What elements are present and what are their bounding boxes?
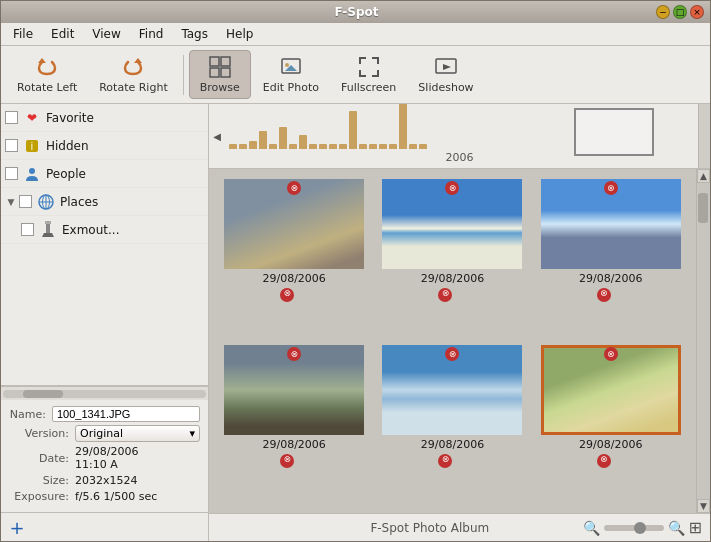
- svg-marker-10: [443, 64, 451, 70]
- fullscreen-label: Fullscreen: [341, 81, 396, 94]
- tag-row-places[interactable]: ▼ Places: [1, 188, 208, 216]
- add-tag-button[interactable]: +: [7, 517, 27, 537]
- tag-row-hidden[interactable]: i Hidden: [1, 132, 208, 160]
- bar-18: [409, 144, 417, 149]
- menu-tags[interactable]: Tags: [173, 25, 216, 43]
- version-select[interactable]: Original ▾: [75, 425, 200, 442]
- tag-checkbox-favorite[interactable]: [5, 111, 18, 124]
- bar-2: [249, 141, 257, 149]
- browse-button[interactable]: Browse: [189, 50, 251, 99]
- people-icon: [22, 164, 42, 184]
- timeline-left-arrow[interactable]: ◀: [209, 104, 225, 168]
- lighthouse-icon: [38, 220, 58, 240]
- tag-name-favorite: Favorite: [46, 111, 94, 125]
- maximize-button[interactable]: □: [673, 5, 687, 19]
- rotate-left-icon: [35, 55, 59, 79]
- photo-tag-icon-2: ⊗: [604, 181, 618, 195]
- tag-checkbox-exmouth[interactable]: [21, 223, 34, 236]
- title-bar: F-Spot − □ ×: [1, 1, 710, 23]
- photo-cell-5[interactable]: ⊗ 29/08/2006 ⊗: [536, 345, 686, 503]
- timeline-scrollbar[interactable]: [698, 104, 710, 168]
- photo-date-1: 29/08/2006: [421, 272, 484, 285]
- sidebar-bottom: +: [1, 512, 208, 541]
- window-title: F-Spot: [57, 5, 656, 19]
- rotate-right-button[interactable]: Rotate Right: [89, 51, 177, 98]
- photo-date-0: 29/08/2006: [262, 272, 325, 285]
- main-content: ❤ Favorite i Hidden: [1, 104, 710, 541]
- tag-checkbox-places[interactable]: [19, 195, 32, 208]
- tag-tree: ❤ Favorite i Hidden: [1, 104, 208, 386]
- zoom-max-icon[interactable]: ⊞: [689, 518, 702, 537]
- rotate-left-label: Rotate Left: [17, 81, 77, 94]
- version-value: Original: [80, 427, 123, 440]
- photo-grid-container: ⊗ 29/08/2006 ⊗ ⊗: [209, 169, 710, 513]
- zoom-out-icon[interactable]: 🔍: [583, 520, 600, 536]
- exposure-value: f/5.6 1/500 sec: [75, 490, 157, 503]
- minimize-button[interactable]: −: [656, 5, 670, 19]
- photo-tag-icon-4: ⊗: [445, 347, 459, 361]
- timeline: ◀: [209, 104, 710, 169]
- toolbar-separator-1: [183, 55, 184, 95]
- scroll-up-arrow[interactable]: ▲: [697, 169, 710, 183]
- bar-4: [269, 144, 277, 149]
- name-input[interactable]: [52, 406, 200, 422]
- photo-cell-2[interactable]: ⊗ 29/08/2006 ⊗: [536, 179, 686, 337]
- photo-tag-icon-0: ⊗: [287, 181, 301, 195]
- tag-checkbox-people[interactable]: [5, 167, 18, 180]
- date-value: 29/08/200611:10 A: [75, 445, 138, 471]
- fullscreen-button[interactable]: Fullscreen: [331, 51, 406, 98]
- zoom-controls: 🔍 🔍 ⊞: [583, 518, 702, 537]
- exposure-label: Exposure:: [9, 490, 69, 503]
- edit-photo-button[interactable]: Edit Photo: [253, 51, 329, 98]
- timeline-selector[interactable]: [574, 108, 654, 156]
- bar-9: [319, 144, 327, 149]
- zoom-thumb[interactable]: [634, 522, 646, 534]
- tag-checkbox-hidden[interactable]: [5, 139, 18, 152]
- scroll-track-v: [697, 183, 710, 499]
- menu-file[interactable]: File: [5, 25, 41, 43]
- right-content: ◀: [209, 104, 710, 541]
- version-dropdown-arrow: ▾: [189, 427, 195, 440]
- menu-help[interactable]: Help: [218, 25, 261, 43]
- scroll-thumb-v[interactable]: [698, 193, 708, 223]
- bar-5: [279, 127, 287, 149]
- rotate-left-button[interactable]: Rotate Left: [7, 51, 87, 98]
- edit-photo-label: Edit Photo: [263, 81, 319, 94]
- bar-16: [389, 144, 397, 149]
- tag-row-favorite[interactable]: ❤ Favorite: [1, 104, 208, 132]
- menu-find[interactable]: Find: [131, 25, 172, 43]
- info-version-row: Version: Original ▾: [9, 425, 200, 442]
- svg-rect-20: [45, 221, 51, 224]
- photo-cell-3[interactable]: ⊗ 29/08/2006 ⊗: [219, 345, 369, 503]
- browse-label: Browse: [200, 81, 240, 94]
- svg-rect-4: [210, 68, 219, 77]
- bar-14: [369, 144, 377, 149]
- tag-scrollbar-horizontal[interactable]: [1, 386, 208, 400]
- statusbar-text: F-Spot Photo Album: [277, 521, 583, 535]
- photo-cell-4[interactable]: ⊗ 29/08/2006 ⊗: [377, 345, 527, 503]
- photo-tag-icon-1: ⊗: [445, 181, 459, 195]
- tag-row-exmouth[interactable]: Exmout...: [1, 216, 208, 244]
- photo-date-2: 29/08/2006: [579, 272, 642, 285]
- zoom-in-icon[interactable]: 🔍: [668, 520, 685, 536]
- bar-10: [329, 144, 337, 149]
- tag-name-exmouth: Exmout...: [62, 223, 119, 237]
- info-name-row: Name:: [9, 406, 200, 422]
- photo-cell-0[interactable]: ⊗ 29/08/2006 ⊗: [219, 179, 369, 337]
- close-button[interactable]: ×: [690, 5, 704, 19]
- tag-row-people[interactable]: People: [1, 160, 208, 188]
- scroll-down-arrow[interactable]: ▼: [697, 499, 710, 513]
- grid-scrollbar: ▲ ▼: [696, 169, 710, 513]
- scroll-thumb-h[interactable]: [23, 390, 63, 398]
- svg-rect-3: [221, 57, 230, 66]
- timeline-body: 2006: [225, 104, 694, 168]
- menu-view[interactable]: View: [84, 25, 128, 43]
- slideshow-icon: [434, 55, 458, 79]
- slideshow-button[interactable]: Slideshow: [408, 51, 483, 98]
- menu-edit[interactable]: Edit: [43, 25, 82, 43]
- places-expand-icon[interactable]: ▼: [5, 196, 17, 208]
- photo-tag-icon-bottom-2: ⊗: [597, 288, 611, 302]
- slideshow-label: Slideshow: [418, 81, 473, 94]
- photo-cell-1[interactable]: ⊗ 29/08/2006 ⊗: [377, 179, 527, 337]
- zoom-slider[interactable]: [604, 525, 664, 531]
